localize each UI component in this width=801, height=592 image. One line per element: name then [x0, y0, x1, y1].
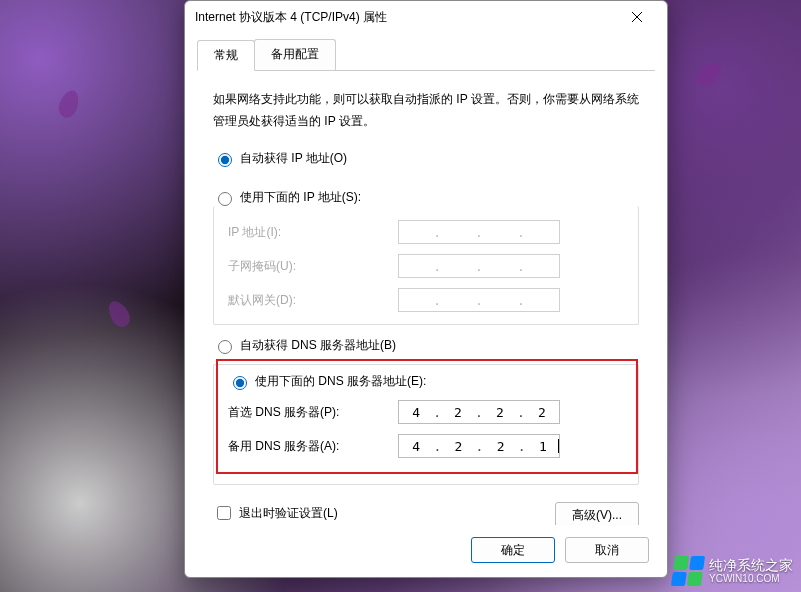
tab-content-general: 如果网络支持此功能，则可以获取自动指派的 IP 设置。否则，你需要从网络系统管理… [185, 71, 667, 525]
description-text: 如果网络支持此功能，则可以获取自动指派的 IP 设置。否则，你需要从网络系统管理… [213, 89, 639, 132]
watermark-name: 纯净系统之家 [709, 558, 793, 573]
field-preferred-dns: 首选 DNS 服务器(P): 4. 2. 2. 2 [228, 400, 624, 424]
ok-button[interactable]: 确定 [471, 537, 555, 563]
checkbox-validate-label: 退出时验证设置(L) [239, 505, 338, 522]
subnet-mask-label: 子网掩码(U): [228, 258, 398, 275]
options-footer-row: 退出时验证设置(L) 高级(V)... [213, 497, 639, 525]
dns-fields-group: 使用下面的 DNS 服务器地址(E): 首选 DNS 服务器(P): 4. 2.… [213, 364, 639, 485]
radio-dns-auto-label: 自动获得 DNS 服务器地址(B) [240, 337, 396, 354]
advanced-button[interactable]: 高级(V)... [555, 502, 639, 525]
field-alternate-dns: 备用 DNS 服务器(A): 4. 2. 2. 1 [228, 434, 624, 458]
preferred-dns-label: 首选 DNS 服务器(P): [228, 404, 398, 421]
default-gateway-label: 默认网关(D): [228, 292, 398, 309]
ip-radio-auto-row: 自动获得 IP 地址(O) [213, 150, 639, 183]
checkbox-validate-on-exit[interactable] [217, 506, 231, 520]
radio-ip-manual[interactable] [218, 192, 232, 206]
radio-dns-auto[interactable] [218, 340, 232, 354]
radio-ip-auto-label: 自动获得 IP 地址(O) [240, 150, 347, 167]
ip-address-label: IP 地址(I): [228, 224, 398, 241]
cancel-button[interactable]: 取消 [565, 537, 649, 563]
field-default-gateway: 默认网关(D): ... [228, 288, 624, 312]
subnet-mask-input: ... [398, 254, 560, 278]
tab-strip: 常规 备用配置 [197, 39, 655, 71]
tab-alternate[interactable]: 备用配置 [254, 39, 336, 70]
radio-ip-auto[interactable] [218, 153, 232, 167]
watermark-logo-icon [671, 556, 705, 586]
ipv4-properties-dialog: Internet 协议版本 4 (TCP/IPv4) 属性 常规 备用配置 如果… [184, 0, 668, 578]
dialog-title: Internet 协议版本 4 (TCP/IPv4) 属性 [195, 9, 617, 26]
tab-general[interactable]: 常规 [197, 40, 255, 71]
field-subnet-mask: 子网掩码(U): ... [228, 254, 624, 278]
watermark: 纯净系统之家 YCWIN10.COM [673, 556, 793, 586]
radio-ip-manual-label: 使用下面的 IP 地址(S): [240, 189, 361, 206]
dialog-button-row: 确定 取消 [185, 525, 667, 577]
highlight-annotation: 使用下面的 DNS 服务器地址(E): 首选 DNS 服务器(P): 4. 2.… [216, 359, 638, 474]
alternate-dns-input[interactable]: 4. 2. 2. 1 [398, 434, 560, 458]
close-icon [632, 12, 642, 22]
ip-address-input: ... [398, 220, 560, 244]
close-button[interactable] [617, 3, 657, 31]
radio-dns-manual-label: 使用下面的 DNS 服务器地址(E): [255, 373, 426, 390]
radio-dns-manual[interactable] [233, 376, 247, 390]
alternate-dns-label: 备用 DNS 服务器(A): [228, 438, 398, 455]
default-gateway-input: ... [398, 288, 560, 312]
ip-fields-group: IP 地址(I): ... 子网掩码(U): ... 默认网关(D): ... [213, 206, 639, 325]
text-caret [558, 439, 559, 453]
watermark-url: YCWIN10.COM [709, 573, 793, 584]
titlebar: Internet 协议版本 4 (TCP/IPv4) 属性 [185, 1, 667, 33]
field-ip-address: IP 地址(I): ... [228, 220, 624, 244]
preferred-dns-input[interactable]: 4. 2. 2. 2 [398, 400, 560, 424]
